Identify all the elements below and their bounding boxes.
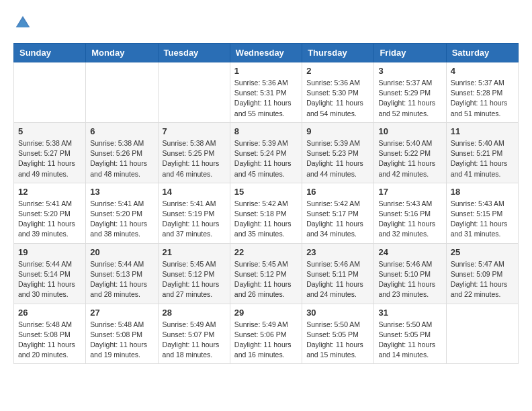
day-info: Sunrise: 5:37 AM Sunset: 5:28 PM Dayligh… — [451, 78, 514, 119]
calendar-cell: 15Sunrise: 5:42 AM Sunset: 5:18 PM Dayli… — [230, 183, 302, 243]
calendar-cell — [86, 62, 158, 123]
calendar-cell: 2Sunrise: 5:36 AM Sunset: 5:30 PM Daylig… — [302, 62, 374, 123]
day-number: 25 — [451, 247, 514, 257]
calendar-week-row: 26Sunrise: 5:48 AM Sunset: 5:08 PM Dayli… — [14, 304, 519, 364]
calendar-cell: 6Sunrise: 5:38 AM Sunset: 5:26 PM Daylig… — [86, 122, 158, 183]
calendar-cell: 25Sunrise: 5:47 AM Sunset: 5:09 PM Dayli… — [446, 243, 518, 304]
calendar-cell: 8Sunrise: 5:39 AM Sunset: 5:24 PM Daylig… — [230, 122, 302, 183]
calendar-week-row: 5Sunrise: 5:38 AM Sunset: 5:27 PM Daylig… — [14, 122, 519, 183]
day-number: 5 — [18, 126, 81, 136]
day-info: Sunrise: 5:42 AM Sunset: 5:18 PM Dayligh… — [234, 199, 298, 240]
calendar-cell: 29Sunrise: 5:49 AM Sunset: 5:06 PM Dayli… — [230, 304, 302, 364]
day-number: 26 — [18, 308, 81, 318]
calendar-cell: 11Sunrise: 5:40 AM Sunset: 5:21 PM Dayli… — [446, 122, 518, 183]
day-info: Sunrise: 5:43 AM Sunset: 5:16 PM Dayligh… — [378, 199, 441, 240]
weekday-header-friday: Friday — [374, 44, 446, 62]
calendar-cell — [14, 62, 86, 123]
day-info: Sunrise: 5:44 AM Sunset: 5:14 PM Dayligh… — [18, 259, 81, 300]
day-info: Sunrise: 5:42 AM Sunset: 5:17 PM Dayligh… — [306, 199, 369, 240]
day-number: 7 — [163, 126, 226, 136]
calendar-table: SundayMondayTuesdayWednesdayThursdayFrid… — [13, 43, 519, 364]
calendar-cell: 16Sunrise: 5:42 AM Sunset: 5:17 PM Dayli… — [302, 183, 374, 243]
day-number: 27 — [90, 308, 153, 318]
day-number: 30 — [306, 308, 369, 318]
calendar-cell: 23Sunrise: 5:46 AM Sunset: 5:11 PM Dayli… — [302, 243, 374, 304]
day-info: Sunrise: 5:46 AM Sunset: 5:11 PM Dayligh… — [306, 259, 369, 300]
day-number: 21 — [163, 247, 226, 257]
day-info: Sunrise: 5:49 AM Sunset: 5:06 PM Dayligh… — [234, 320, 298, 361]
calendar-cell: 5Sunrise: 5:38 AM Sunset: 5:27 PM Daylig… — [14, 122, 86, 183]
calendar-cell: 24Sunrise: 5:46 AM Sunset: 5:10 PM Dayli… — [374, 243, 446, 304]
day-info: Sunrise: 5:41 AM Sunset: 5:19 PM Dayligh… — [163, 199, 226, 240]
day-number: 22 — [234, 247, 298, 257]
weekday-header-sunday: Sunday — [14, 44, 86, 62]
day-info: Sunrise: 5:37 AM Sunset: 5:29 PM Dayligh… — [378, 78, 441, 119]
calendar-week-row: 1Sunrise: 5:36 AM Sunset: 5:31 PM Daylig… — [14, 62, 519, 123]
day-info: Sunrise: 5:39 AM Sunset: 5:24 PM Dayligh… — [234, 138, 298, 179]
calendar-cell: 14Sunrise: 5:41 AM Sunset: 5:19 PM Dayli… — [158, 183, 230, 243]
day-number: 17 — [378, 187, 441, 197]
day-number: 13 — [90, 187, 153, 197]
day-info: Sunrise: 5:48 AM Sunset: 5:08 PM Dayligh… — [18, 320, 81, 361]
day-info: Sunrise: 5:50 AM Sunset: 5:05 PM Dayligh… — [306, 320, 369, 361]
logo — [13, 13, 35, 32]
day-number: 18 — [451, 187, 514, 197]
day-info: Sunrise: 5:44 AM Sunset: 5:13 PM Dayligh… — [90, 259, 153, 300]
day-info: Sunrise: 5:38 AM Sunset: 5:27 PM Dayligh… — [18, 138, 81, 179]
calendar-cell: 28Sunrise: 5:49 AM Sunset: 5:07 PM Dayli… — [158, 304, 230, 364]
calendar-cell: 13Sunrise: 5:41 AM Sunset: 5:20 PM Dayli… — [86, 183, 158, 243]
day-number: 1 — [234, 66, 298, 76]
day-info: Sunrise: 5:50 AM Sunset: 5:05 PM Dayligh… — [378, 320, 441, 361]
calendar-cell: 12Sunrise: 5:41 AM Sunset: 5:20 PM Dayli… — [14, 183, 86, 243]
day-info: Sunrise: 5:36 AM Sunset: 5:30 PM Dayligh… — [306, 78, 369, 119]
day-number: 12 — [18, 187, 81, 197]
day-number: 29 — [234, 308, 298, 318]
calendar-cell: 22Sunrise: 5:45 AM Sunset: 5:12 PM Dayli… — [230, 243, 302, 304]
calendar-cell: 20Sunrise: 5:44 AM Sunset: 5:13 PM Dayli… — [86, 243, 158, 304]
day-info: Sunrise: 5:38 AM Sunset: 5:26 PM Dayligh… — [90, 138, 153, 179]
day-info: Sunrise: 5:49 AM Sunset: 5:07 PM Dayligh… — [163, 320, 226, 361]
day-number: 10 — [378, 126, 441, 136]
weekday-header-monday: Monday — [86, 44, 158, 62]
day-info: Sunrise: 5:36 AM Sunset: 5:31 PM Dayligh… — [234, 78, 298, 119]
day-info: Sunrise: 5:48 AM Sunset: 5:08 PM Dayligh… — [90, 320, 153, 361]
calendar-week-row: 19Sunrise: 5:44 AM Sunset: 5:14 PM Dayli… — [14, 243, 519, 304]
weekday-header-wednesday: Wednesday — [230, 44, 302, 62]
calendar-cell: 9Sunrise: 5:39 AM Sunset: 5:23 PM Daylig… — [302, 122, 374, 183]
day-number: 23 — [306, 247, 369, 257]
calendar-cell: 1Sunrise: 5:36 AM Sunset: 5:31 PM Daylig… — [230, 62, 302, 123]
day-info: Sunrise: 5:43 AM Sunset: 5:15 PM Dayligh… — [451, 199, 514, 240]
day-info: Sunrise: 5:40 AM Sunset: 5:22 PM Dayligh… — [378, 138, 441, 179]
day-info: Sunrise: 5:41 AM Sunset: 5:20 PM Dayligh… — [18, 199, 81, 240]
day-info: Sunrise: 5:47 AM Sunset: 5:09 PM Dayligh… — [451, 259, 514, 300]
calendar-cell: 10Sunrise: 5:40 AM Sunset: 5:22 PM Dayli… — [374, 122, 446, 183]
calendar-cell: 17Sunrise: 5:43 AM Sunset: 5:16 PM Dayli… — [374, 183, 446, 243]
calendar-cell: 26Sunrise: 5:48 AM Sunset: 5:08 PM Dayli… — [14, 304, 86, 364]
day-number: 16 — [306, 187, 369, 197]
day-number: 2 — [306, 66, 369, 76]
calendar-cell: 4Sunrise: 5:37 AM Sunset: 5:28 PM Daylig… — [446, 62, 518, 123]
calendar-cell: 7Sunrise: 5:38 AM Sunset: 5:25 PM Daylig… — [158, 122, 230, 183]
day-number: 14 — [163, 187, 226, 197]
weekday-header-saturday: Saturday — [446, 44, 518, 62]
day-number: 19 — [18, 247, 81, 257]
day-number: 28 — [163, 308, 226, 318]
page-header — [13, 13, 519, 32]
weekday-header-thursday: Thursday — [302, 44, 374, 62]
calendar-header-row: SundayMondayTuesdayWednesdayThursdayFrid… — [14, 44, 519, 62]
day-number: 15 — [234, 187, 298, 197]
calendar-cell: 3Sunrise: 5:37 AM Sunset: 5:29 PM Daylig… — [374, 62, 446, 123]
calendar-cell: 27Sunrise: 5:48 AM Sunset: 5:08 PM Dayli… — [86, 304, 158, 364]
day-number: 6 — [90, 126, 153, 136]
day-info: Sunrise: 5:38 AM Sunset: 5:25 PM Dayligh… — [163, 138, 226, 179]
day-number: 4 — [451, 66, 514, 76]
weekday-header-tuesday: Tuesday — [158, 44, 230, 62]
calendar-cell — [446, 304, 518, 364]
day-number: 11 — [451, 126, 514, 136]
day-number: 31 — [378, 308, 441, 318]
day-number: 3 — [378, 66, 441, 76]
day-number: 9 — [306, 126, 369, 136]
day-info: Sunrise: 5:40 AM Sunset: 5:21 PM Dayligh… — [451, 138, 514, 179]
calendar-cell: 31Sunrise: 5:50 AM Sunset: 5:05 PM Dayli… — [374, 304, 446, 364]
day-info: Sunrise: 5:41 AM Sunset: 5:20 PM Dayligh… — [90, 199, 153, 240]
